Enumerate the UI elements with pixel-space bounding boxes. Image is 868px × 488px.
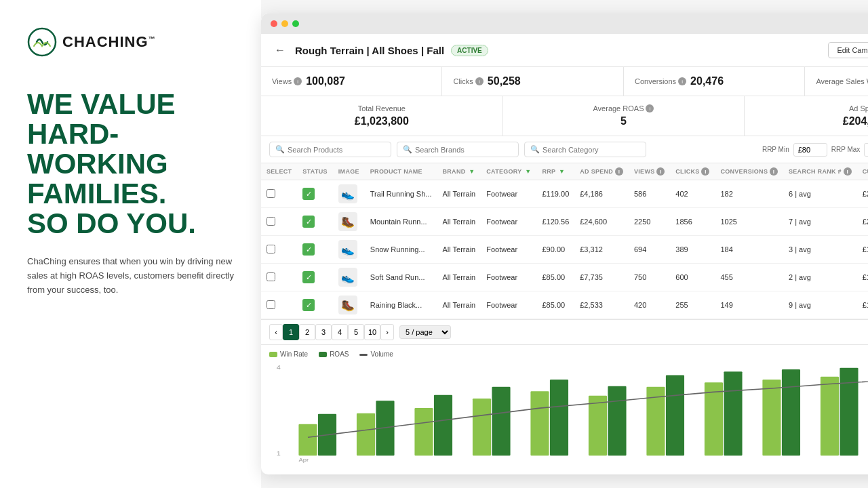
edit-campaign-button[interactable]: Edit Campaign: [828, 42, 868, 58]
cell-select-2[interactable]: [261, 236, 297, 264]
legend-win-rate: Win Rate: [269, 350, 308, 358]
page-1-button[interactable]: 1: [283, 324, 299, 340]
table-row: ✓ 🥾 Raining Black... All Terrain Footwea…: [261, 291, 868, 319]
logo: CHACHING™: [27, 27, 234, 57]
filter-row: 🔍 🔍 🔍 RRP Min RRP Max Reset: [261, 136, 868, 163]
cell-brand-3: All Terrain: [437, 264, 481, 291]
col-brand: BRAND ▼: [437, 163, 481, 180]
row-checkbox-1[interactable]: [267, 217, 275, 226]
cell-select-3[interactable]: [261, 264, 297, 291]
avg-roas-label: Average ROAS i: [517, 104, 731, 113]
row-checkbox-0[interactable]: [267, 189, 275, 198]
cell-select-1[interactable]: [261, 208, 297, 236]
chart-svg: 4 1 10 | 2% 0 | 0: [269, 361, 868, 463]
cell-cpo-0: £23: [857, 180, 868, 208]
per-page-select[interactable]: 5 / page 10 / page 25 / page: [399, 325, 451, 339]
views-info-icon[interactable]: i: [294, 77, 302, 85]
svg-text:1: 1: [277, 450, 281, 457]
col-select: SELECT: [261, 163, 297, 180]
rrp-min-label: RRP Min: [762, 146, 789, 153]
cell-clicks-0: 402: [670, 180, 715, 208]
page-10-button[interactable]: 10: [364, 324, 380, 340]
page-4-button[interactable]: 4: [332, 324, 348, 340]
svg-rect-19: [705, 382, 723, 455]
search-products-input[interactable]: [288, 146, 385, 154]
roas-legend-color: [319, 352, 327, 357]
svg-rect-7: [357, 413, 375, 456]
conversions-value: 20,476: [690, 75, 724, 87]
search-brands-input[interactable]: [415, 146, 513, 154]
chart-legend: Win Rate ROAS Volume: [269, 350, 868, 358]
total-revenue-value: £1,023,800: [275, 115, 489, 127]
status-check-0[interactable]: ✓: [302, 188, 315, 200]
search-brands-box[interactable]: 🔍: [397, 142, 519, 157]
page-3-button[interactable]: 3: [315, 324, 332, 340]
logo-text: CHACHING™: [62, 33, 156, 51]
clicks-info-icon[interactable]: i: [475, 77, 484, 85]
conversions-info-icon[interactable]: i: [678, 77, 686, 85]
views-value: 100,087: [306, 75, 345, 87]
status-check-4[interactable]: ✓: [302, 299, 315, 311]
cell-ad-spend-3: £7,735: [574, 264, 629, 291]
cell-brand-0: All Terrain: [437, 180, 481, 208]
search-products-box[interactable]: 🔍: [269, 142, 391, 157]
revenue-row: Total Revenue £1,023,800 Average ROAS i …: [261, 96, 868, 136]
search-category-box[interactable]: 🔍: [524, 142, 646, 157]
svg-rect-22: [782, 369, 800, 455]
avg-roas: Average ROAS i 5: [503, 96, 745, 136]
cell-product-1: Mountain Runn...: [365, 208, 437, 236]
roas-info-icon[interactable]: i: [646, 104, 654, 113]
next-page-button[interactable]: ›: [380, 324, 394, 340]
status-check-1[interactable]: ✓: [302, 216, 315, 228]
cell-product-3: Soft Sand Run...: [365, 264, 437, 291]
cell-category-4: Footwear: [481, 291, 536, 319]
legend-roas: ROAS: [319, 350, 349, 358]
browser-minimize-dot[interactable]: [281, 20, 288, 27]
browser-maximize-dot[interactable]: [292, 20, 299, 27]
cell-conversions-3: 455: [715, 264, 783, 291]
cell-cpo-4: £17: [857, 291, 868, 319]
browser-close-dot[interactable]: [271, 20, 277, 27]
avg-roas-value: 5: [517, 115, 731, 127]
rrp-min-input[interactable]: [793, 143, 827, 157]
headline: WE VALUE HARD- WORKING FAMILIES. SO DO Y…: [27, 89, 234, 239]
cell-clicks-4: 255: [670, 291, 715, 319]
svg-rect-24: [840, 368, 858, 455]
svg-text:4: 4: [277, 364, 281, 371]
browser-window: ← Rough Terrain | All Shoes | Fall ACTIV…: [261, 14, 868, 474]
cell-select-4[interactable]: [261, 291, 297, 319]
cell-select-0[interactable]: [261, 180, 297, 208]
total-revenue-label: Total Revenue: [275, 104, 489, 113]
back-button[interactable]: ←: [272, 42, 288, 58]
row-checkbox-2[interactable]: [267, 245, 275, 253]
table: SELECT STATUS IMAGE PRODUCT NAME BRAND ▼…: [261, 163, 868, 319]
col-product-name: PRODUCT NAME: [365, 163, 437, 180]
bar-groups: [298, 365, 868, 455]
prev-page-button[interactable]: ‹: [269, 324, 283, 340]
cell-views-1: 2250: [629, 208, 670, 236]
rrp-filter-group: RRP Min RRP Max Reset Search: [762, 142, 868, 157]
status-check-2[interactable]: ✓: [302, 243, 315, 256]
svg-rect-10: [434, 395, 452, 456]
stat-conversions: Conversions i 20,476: [624, 67, 805, 96]
browser-bar: [261, 14, 868, 34]
table-row: ✓ 👟 Soft Sand Run... All Terrain Footwea…: [261, 264, 868, 291]
search-brands-icon: 🔍: [403, 145, 412, 154]
page-2-button[interactable]: 2: [299, 324, 315, 340]
cell-conversions-0: 182: [715, 180, 783, 208]
svg-rect-11: [473, 399, 491, 455]
status-badge: ACTIVE: [451, 45, 488, 56]
search-category-icon: 🔍: [530, 145, 540, 154]
cell-conversions-1: 1025: [715, 208, 783, 236]
logo-icon: [27, 27, 57, 57]
rrp-max-input[interactable]: [864, 143, 868, 157]
page-5-button[interactable]: 5: [348, 324, 364, 340]
ad-spend-value: £204,760: [758, 115, 868, 127]
svg-rect-16: [608, 386, 626, 455]
row-checkbox-3[interactable]: [267, 272, 275, 281]
row-checkbox-4[interactable]: [267, 300, 275, 309]
chart-svg-container: 4 1 10 | 2% 0 | 0: [269, 361, 868, 463]
svg-rect-15: [589, 396, 607, 455]
search-category-input[interactable]: [542, 146, 640, 154]
status-check-3[interactable]: ✓: [302, 271, 315, 283]
